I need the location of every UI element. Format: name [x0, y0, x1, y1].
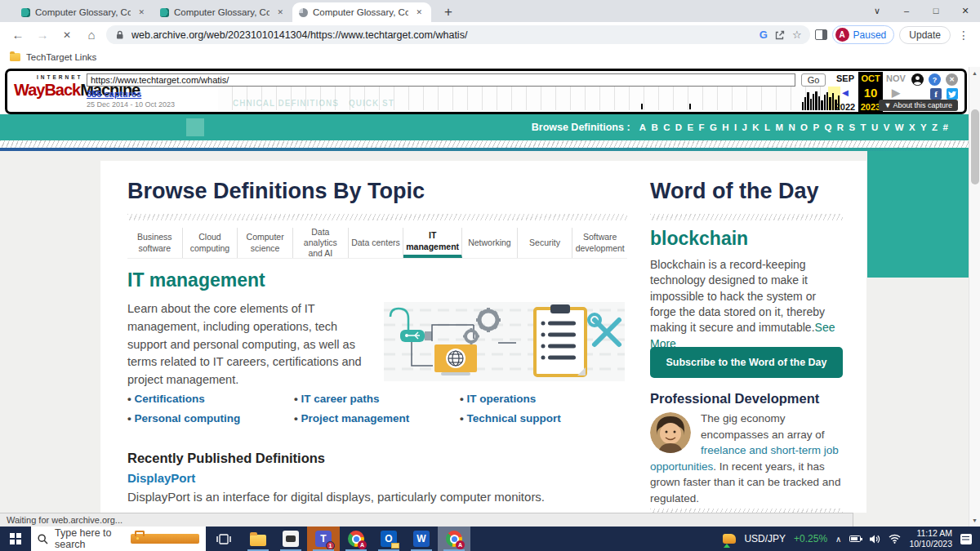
letter-link[interactable]: X	[909, 122, 915, 132]
letter-link[interactable]: G	[710, 122, 717, 132]
chrome-active-button[interactable]: A	[438, 527, 470, 551]
topic-tab[interactable]: Business software	[127, 228, 183, 258]
go-button[interactable]: Go	[801, 73, 826, 87]
letter-link[interactable]: F	[699, 122, 705, 132]
wotd-word[interactable]: blockchain	[650, 228, 748, 250]
letter-link[interactable]: N	[788, 122, 795, 132]
topic-tab[interactable]: IT management	[403, 228, 462, 258]
maximize-button[interactable]: □	[921, 0, 951, 21]
help-icon[interactable]: ?	[929, 73, 941, 86]
word-button[interactable]: W	[405, 527, 438, 551]
year-prev[interactable]: 2022	[833, 100, 858, 113]
start-button[interactable]	[0, 527, 31, 551]
prev-capture-arrow[interactable]: ◄	[833, 85, 858, 100]
letter-link[interactable]: I	[734, 122, 737, 132]
letter-link[interactable]: W	[895, 122, 904, 132]
letter-link[interactable]: P	[813, 122, 819, 132]
scrollbar-thumb[interactable]	[971, 109, 979, 184]
task-view-button[interactable]	[206, 527, 242, 551]
letter-link[interactable]: H	[722, 122, 728, 132]
twitter-icon[interactable]	[947, 88, 958, 100]
tray-chevron-icon[interactable]: ∧	[835, 535, 841, 544]
new-tab-button[interactable]: +	[439, 4, 457, 22]
letter-link[interactable]: C	[663, 122, 670, 132]
tab-close-icon[interactable]: ✕	[413, 8, 425, 16]
tab-3-active[interactable]: Computer Glossary, Computer T ✕	[292, 2, 431, 22]
bookmark-folder[interactable]: TechTarget Links	[26, 52, 96, 62]
topic-tab[interactable]: Data analytics and AI	[293, 228, 349, 258]
back-button[interactable]: ←	[8, 28, 28, 42]
about-this-capture[interactable]: ▼ About this capture	[879, 100, 958, 111]
it-topic-link[interactable]: Technical support	[460, 412, 599, 424]
forward-button[interactable]: →	[33, 28, 52, 42]
letter-link[interactable]: U	[871, 122, 878, 132]
snip-tool-button[interactable]	[274, 527, 307, 551]
google-icon[interactable]: G	[760, 29, 768, 41]
letter-link[interactable]: A	[639, 122, 646, 132]
letter-link[interactable]: K	[752, 122, 759, 132]
letter-link[interactable]: S	[849, 122, 855, 132]
letter-link[interactable]: O	[800, 122, 808, 132]
menu-dots-icon[interactable]: ⋮	[956, 29, 972, 42]
side-panel-icon[interactable]	[815, 29, 827, 40]
tab-close-icon[interactable]: ✕	[274, 8, 286, 16]
letter-link[interactable]: J	[742, 122, 747, 132]
clock[interactable]: 11:12 AM10/10/2023	[909, 528, 952, 549]
letter-link[interactable]: #	[942, 122, 947, 132]
topic-tab[interactable]: Computer science	[238, 228, 293, 258]
scroll-down-icon[interactable]: ▼	[969, 518, 980, 523]
topic-tab[interactable]: Data centers	[349, 228, 404, 258]
letter-link[interactable]: R	[837, 122, 844, 132]
it-topic-link[interactable]: Personal computing	[127, 412, 294, 424]
outlook-button[interactable]: O	[372, 527, 405, 551]
stop-button[interactable]: ✕	[57, 29, 77, 41]
topic-tab[interactable]: Security	[518, 228, 573, 258]
stock-change[interactable]: +0.25%	[794, 533, 827, 544]
tab-close-icon[interactable]: ✕	[136, 8, 147, 16]
speaker-icon[interactable]	[869, 534, 880, 544]
file-explorer-button[interactable]	[242, 527, 274, 551]
scroll-up-icon[interactable]: ▲	[969, 70, 980, 76]
letter-link[interactable]: B	[651, 122, 657, 132]
displayport-link[interactable]: DisplayPort	[127, 471, 195, 485]
window-chevron-icon[interactable]: ∨	[862, 0, 892, 21]
share-icon[interactable]	[774, 29, 786, 41]
tab-1[interactable]: Computer Glossary, Computer T ✕	[15, 2, 154, 22]
month-prev[interactable]: SEP	[833, 72, 858, 85]
teams-button[interactable]: T1	[307, 527, 340, 551]
letter-link[interactable]: E	[688, 122, 694, 132]
letter-link[interactable]: L	[764, 122, 770, 132]
user-icon[interactable]	[911, 73, 924, 86]
wayback-url-input[interactable]	[87, 73, 795, 87]
letter-link[interactable]: D	[675, 122, 682, 132]
topic-tab[interactable]: Cloud computing	[183, 228, 238, 258]
letter-link[interactable]: M	[775, 122, 783, 132]
tab-2[interactable]: Computer Glossary, Computer T ✕	[154, 2, 292, 22]
wifi-icon[interactable]	[889, 534, 901, 544]
month-next[interactable]: NOV	[884, 72, 908, 85]
topic-tab[interactable]: Networking	[462, 228, 518, 258]
letter-link[interactable]: V	[884, 122, 890, 132]
stock-pair[interactable]: USD/JPY	[744, 533, 786, 544]
topic-tab[interactable]: Software development	[572, 228, 627, 258]
stocks-widget-icon[interactable]	[723, 534, 736, 544]
chrome-button[interactable]: A	[340, 527, 372, 551]
update-button[interactable]: Update	[899, 26, 951, 44]
subscribe-button[interactable]: Subscribe to the Word of the Day	[650, 347, 843, 378]
search-highlights-icon[interactable]	[131, 534, 200, 544]
letter-link[interactable]: Z	[932, 122, 938, 132]
bookmark-star-icon[interactable]: ☆	[792, 29, 802, 41]
battery-icon[interactable]	[849, 535, 861, 542]
close-toolbar-icon[interactable]: ✕	[946, 73, 958, 86]
it-topic-link[interactable]: Project management	[294, 412, 460, 424]
minimize-button[interactable]: –	[892, 0, 921, 21]
letter-link[interactable]: Q	[824, 122, 831, 132]
page-scrollbar[interactable]: ▲ ▼	[969, 67, 980, 527]
action-center-icon[interactable]	[960, 534, 972, 544]
it-topic-link[interactable]: IT operations	[460, 393, 599, 405]
facebook-icon[interactable]: f	[930, 88, 942, 100]
it-topic-link[interactable]: IT career paths	[294, 393, 460, 405]
captures-link[interactable]: 386 captures	[87, 89, 141, 99]
address-bar[interactable]: web.archive.org/web/20231010141304/https…	[106, 25, 810, 44]
next-capture-arrow[interactable]: ▶	[884, 85, 908, 100]
